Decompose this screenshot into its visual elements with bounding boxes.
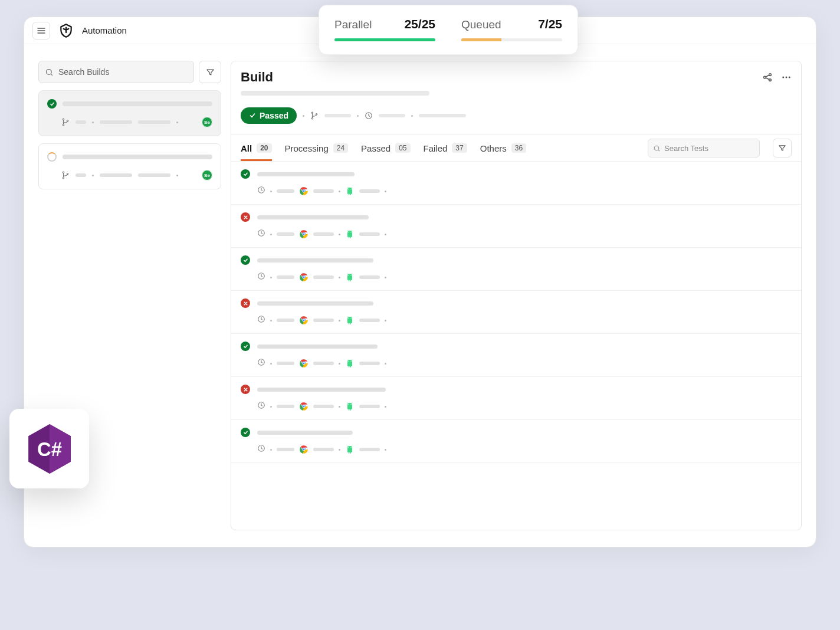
skeleton: [419, 114, 466, 117]
chrome-icon: [299, 402, 309, 411]
skeleton: [313, 232, 334, 236]
menu-button[interactable]: [32, 22, 50, 40]
test-row[interactable]: [231, 248, 801, 291]
android-icon: [345, 445, 355, 454]
skeleton: [313, 448, 334, 451]
svg-point-13: [311, 112, 313, 113]
test-row[interactable]: [231, 291, 801, 334]
svg-point-2: [63, 124, 64, 126]
test-list: [231, 162, 801, 530]
skeleton: [359, 405, 380, 408]
status-passed-icon: [47, 99, 57, 109]
tests-tabs: All 20 Processing 24 Passed 05 Failed 37…: [231, 134, 801, 162]
clock-icon: [365, 111, 373, 120]
svg-point-4: [63, 172, 64, 173]
search-icon: [45, 68, 54, 77]
skeleton: [359, 189, 380, 193]
content-area: Search Builds: [24, 44, 816, 547]
build-card[interactable]: Se: [38, 143, 221, 189]
skeleton: [379, 114, 405, 117]
count-badge: 36: [511, 143, 526, 153]
skeleton: [63, 155, 212, 159]
tests-filter-button[interactable]: [773, 139, 792, 158]
skeleton: [257, 258, 373, 262]
selenium-badge: Se: [202, 170, 212, 181]
skeleton: [138, 120, 170, 124]
skeleton: [76, 120, 86, 124]
dot: [339, 234, 340, 235]
status-passed-icon: [241, 255, 250, 265]
dot: [339, 406, 340, 408]
build-status-pill: Passed: [241, 107, 297, 124]
test-row[interactable]: [231, 334, 801, 377]
skeleton: [313, 275, 334, 279]
skeleton: [257, 431, 353, 435]
tab-failed[interactable]: Failed 37: [424, 135, 467, 161]
dot: [270, 363, 272, 365]
stat-label: Queued: [461, 18, 501, 31]
skeleton: [241, 91, 429, 96]
dot: [385, 449, 386, 451]
dot: [303, 115, 304, 117]
svg-point-45: [303, 362, 305, 365]
dot: [270, 406, 272, 408]
page-title: Automation: [82, 25, 127, 35]
svg-point-1: [63, 119, 64, 120]
svg-point-17: [654, 146, 659, 150]
dot: [270, 449, 272, 451]
count-badge: 24: [333, 143, 348, 153]
dot: [270, 277, 272, 278]
count-badge: 37: [452, 143, 467, 153]
skeleton: [277, 448, 294, 451]
stat-parallel: Parallel 25/25: [334, 17, 435, 41]
svg-point-12: [789, 77, 790, 78]
status-running-icon: [47, 152, 57, 162]
skeleton: [359, 319, 380, 322]
tests-search-input[interactable]: Search Tests: [648, 139, 760, 158]
test-row[interactable]: [231, 162, 801, 205]
skeleton: [277, 405, 294, 408]
language-badge-card: C#: [9, 409, 89, 488]
dot: [176, 175, 178, 176]
test-row[interactable]: [231, 377, 801, 420]
dot: [385, 234, 386, 235]
branch-icon: [61, 118, 70, 126]
android-icon: [345, 316, 355, 325]
status-passed-icon: [241, 342, 250, 351]
skeleton: [359, 448, 380, 451]
test-row[interactable]: [231, 420, 801, 463]
builds-search-input[interactable]: Search Builds: [38, 61, 194, 83]
skeleton: [359, 232, 380, 236]
skeleton: [313, 319, 334, 322]
skeleton: [313, 362, 334, 365]
skeleton: [63, 101, 212, 106]
tab-passed[interactable]: Passed 05: [361, 135, 410, 161]
progress-bar: [334, 38, 435, 41]
tab-others[interactable]: Others 36: [480, 135, 526, 161]
more-icon[interactable]: [781, 72, 792, 83]
hamburger-icon: [37, 26, 46, 35]
tab-processing[interactable]: Processing 24: [285, 135, 349, 161]
builds-filter-button[interactable]: [199, 61, 221, 83]
dot: [339, 320, 340, 321]
status-failed-icon: [241, 298, 250, 308]
dot: [385, 320, 386, 321]
android-icon: [345, 273, 355, 282]
status-failed-icon: [241, 212, 250, 222]
branch-icon: [310, 111, 319, 120]
build-card[interactable]: Se: [38, 90, 221, 136]
test-row[interactable]: [231, 205, 801, 248]
stat-queued: Queued 7/25: [461, 17, 562, 41]
clock-icon: [257, 444, 265, 455]
tab-all[interactable]: All 20: [241, 135, 272, 161]
skeleton: [100, 120, 132, 124]
stat-value: 25/25: [404, 17, 435, 31]
android-icon: [345, 402, 355, 411]
skeleton: [100, 173, 132, 177]
dot: [92, 175, 94, 176]
dot: [339, 363, 340, 365]
svg-point-33: [303, 276, 305, 278]
skeleton: [277, 362, 294, 365]
share-icon[interactable]: [762, 72, 773, 83]
clock-icon: [257, 229, 265, 239]
